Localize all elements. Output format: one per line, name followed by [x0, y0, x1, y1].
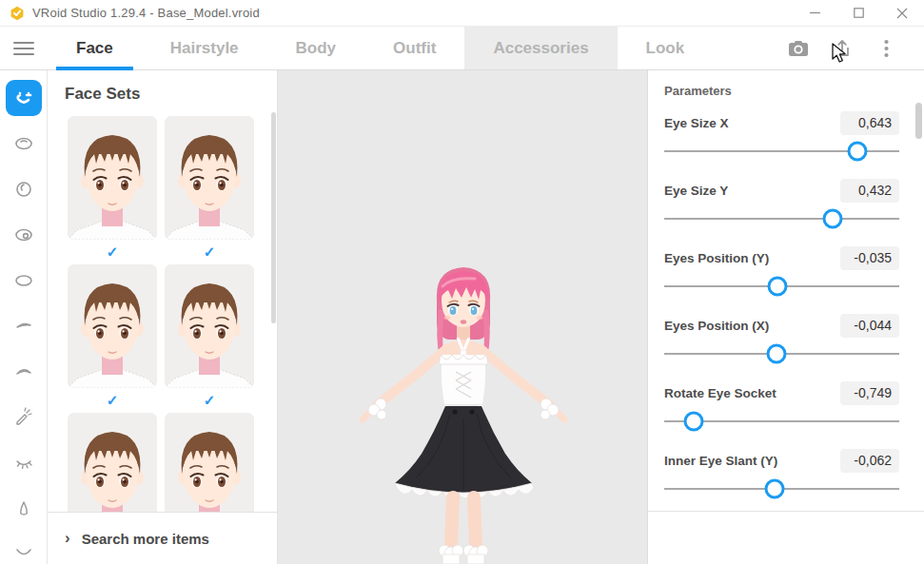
parameter-label: Inner Eye Slant (Y)	[664, 454, 777, 468]
applied-checkmark-icon: ✓	[165, 240, 254, 264]
parameter-value-field[interactable]: 0,643	[840, 111, 899, 135]
camera-button[interactable]	[781, 31, 816, 66]
eye-white-icon[interactable]	[6, 263, 42, 299]
parameter-slider[interactable]	[664, 204, 899, 233]
parameter-slider[interactable]	[664, 272, 899, 301]
slider-handle[interactable]	[848, 142, 868, 162]
parameter-header: Eye Size X0,643	[664, 110, 899, 135]
parameter-header: Eyes Position (X)-0,044	[664, 313, 899, 338]
parameter-label: Eye Size Y	[664, 184, 728, 198]
panel-divider	[648, 511, 924, 512]
tab-label: Outfit	[393, 39, 436, 58]
face-sets-title: Face Sets	[48, 70, 277, 104]
vroid-logo-icon	[10, 6, 25, 21]
face-set-icon[interactable]	[6, 80, 42, 116]
nose-icon[interactable]	[6, 491, 42, 527]
search-more-items-button[interactable]: › Search more items	[48, 512, 277, 564]
tab-bar: FaceHairstyleBodyOutfitAccessoriesLook	[0, 27, 924, 70]
vroid-studio-window: VRoid Studio 1.29.4 - Base_Model.vroid F…	[0, 0, 924, 564]
face-set-thumbnail[interactable]	[165, 264, 254, 388]
iris-icon[interactable]	[6, 171, 42, 207]
slider-handle[interactable]	[822, 209, 842, 229]
parameter-value-field[interactable]: -0,749	[840, 381, 899, 405]
eyebrow-icon[interactable]	[6, 308, 42, 344]
slider-track[interactable]	[664, 218, 899, 220]
face-set-item: ✓	[165, 264, 254, 413]
export-button[interactable]	[825, 31, 859, 66]
parameter-row: Eyes Position (Y)-0,035	[664, 245, 899, 301]
window-title: VRoid Studio 1.29.4 - Base_Model.vroid	[32, 6, 260, 20]
parameter-row: Inner Eye Slant (Y)-0,062	[664, 448, 899, 503]
parameters-panel: Parameters Eye Size X0,643Eye Size Y0,43…	[647, 70, 924, 564]
kebab-menu-icon	[884, 39, 889, 58]
applied-checkmark-icon: ✓	[68, 240, 157, 264]
main-menu-button[interactable]	[0, 27, 48, 69]
parameter-header: Rotate Eye Socket-0,749	[664, 380, 899, 405]
face-set-thumbnail[interactable]	[68, 116, 157, 240]
tab-outfit[interactable]: Outfit	[364, 27, 464, 69]
parameter-row: Rotate Eye Socket-0,749	[664, 380, 899, 436]
face-set-item	[68, 413, 157, 512]
face-set-item: ✓	[68, 116, 157, 264]
parameter-label: Eyes Position (Y)	[664, 251, 769, 265]
editor-icon-rail	[0, 70, 48, 564]
slider-handle[interactable]	[768, 277, 788, 297]
more-options-button[interactable]	[869, 31, 903, 66]
tab-accessories[interactable]: Accessories	[464, 27, 617, 69]
minimize-icon	[810, 8, 820, 18]
window-controls	[793, 0, 924, 26]
parameter-slider[interactable]	[664, 407, 899, 436]
face-set-thumbnail[interactable]	[165, 116, 254, 240]
title-bar: VRoid Studio 1.29.4 - Base_Model.vroid	[0, 0, 924, 27]
tab-face[interactable]: Face	[48, 27, 142, 69]
model-viewport[interactable]	[278, 70, 647, 564]
face-set-thumbnail[interactable]	[68, 264, 157, 388]
upper-eyelash-icon[interactable]	[6, 354, 42, 390]
tab-label: Body	[296, 39, 337, 58]
eye-with-brow-icon[interactable]	[6, 126, 42, 162]
parameter-value-field[interactable]: -0,044	[840, 314, 899, 338]
parameter-header: Eye Size Y0,432	[664, 178, 899, 203]
slider-handle[interactable]	[764, 479, 784, 499]
parameter-header: Inner Eye Slant (Y)-0,062	[664, 448, 899, 473]
parameter-label: Eye Size X	[664, 116, 729, 130]
mouth-icon[interactable]	[6, 536, 42, 564]
tab-hairstyle[interactable]: Hairstyle	[142, 27, 267, 69]
tab-label: Face	[76, 39, 113, 58]
camera-icon	[788, 40, 809, 57]
face-sets-panel: Face Sets ✓ ✓	[48, 70, 278, 564]
applied-checkmark-icon: ✓	[68, 388, 157, 413]
parameter-value-field[interactable]: -0,035	[840, 246, 899, 270]
minimize-button[interactable]	[793, 0, 836, 26]
tab-look[interactable]: Look	[618, 27, 714, 69]
parameter-value-field[interactable]: 0,432	[840, 179, 899, 203]
close-icon	[896, 8, 908, 19]
maximize-button[interactable]	[836, 0, 880, 26]
panel-scrollbar[interactable]	[915, 103, 922, 139]
eyeliner-icon[interactable]	[6, 399, 42, 436]
parameter-slider[interactable]	[664, 475, 899, 503]
parameter-label: Rotate Eye Socket	[664, 386, 777, 400]
close-button[interactable]	[880, 0, 924, 26]
main-area: Face Sets ✓ ✓	[0, 70, 924, 564]
lower-eyelash-icon[interactable]	[6, 445, 42, 481]
parameter-slider[interactable]	[664, 137, 899, 165]
face-set-item: ✓	[165, 116, 254, 264]
tab-label: Look	[646, 39, 685, 58]
parameter-header: Eyes Position (Y)-0,035	[664, 245, 899, 270]
face-set-thumbnail[interactable]	[165, 413, 254, 512]
tab-label: Accessories	[493, 39, 588, 58]
face-sets-scrollbar[interactable]	[271, 112, 276, 323]
parameter-value-field[interactable]: -0,062	[840, 449, 899, 473]
slider-handle[interactable]	[767, 344, 787, 364]
eye-icon[interactable]	[6, 217, 42, 253]
chevron-right-icon: ›	[65, 529, 70, 548]
tab-body[interactable]: Body	[267, 27, 365, 69]
export-icon	[833, 39, 852, 58]
face-set-item	[165, 413, 254, 512]
face-set-thumbnail[interactable]	[68, 413, 157, 512]
slider-handle[interactable]	[684, 412, 704, 432]
parameter-slider[interactable]	[664, 340, 899, 368]
tab-strip: FaceHairstyleBodyOutfitAccessoriesLook	[48, 27, 713, 69]
parameter-row: Eye Size Y0,432	[664, 178, 899, 233]
